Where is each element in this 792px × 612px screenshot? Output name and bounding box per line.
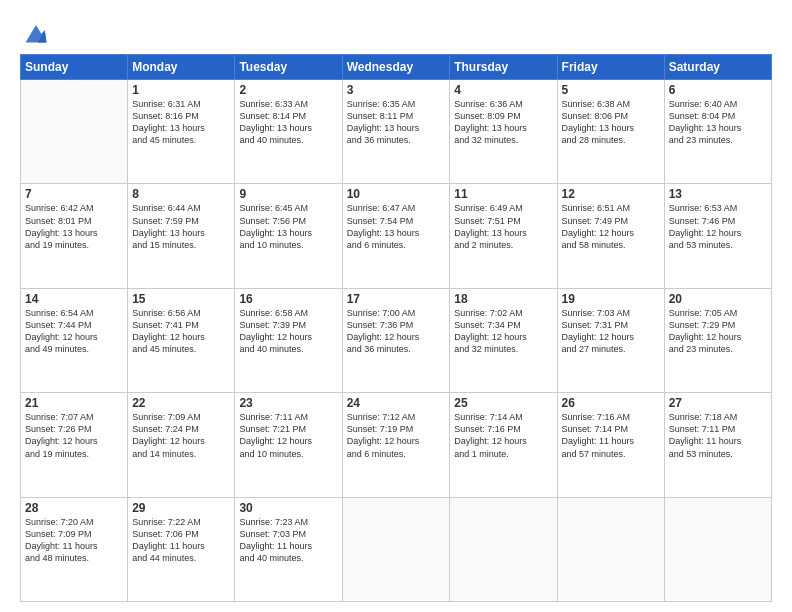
day-info: Sunrise: 7:09 AMSunset: 7:24 PMDaylight:…: [132, 411, 230, 460]
calendar-header-thursday: Thursday: [450, 55, 557, 80]
calendar-header-monday: Monday: [128, 55, 235, 80]
calendar-cell: [450, 497, 557, 601]
day-number: 26: [562, 396, 660, 410]
calendar-cell: 27Sunrise: 7:18 AMSunset: 7:11 PMDayligh…: [664, 393, 771, 497]
calendar-header-saturday: Saturday: [664, 55, 771, 80]
day-number: 1: [132, 83, 230, 97]
day-number: 24: [347, 396, 446, 410]
day-number: 25: [454, 396, 552, 410]
day-number: 21: [25, 396, 123, 410]
day-number: 28: [25, 501, 123, 515]
day-info: Sunrise: 6:33 AMSunset: 8:14 PMDaylight:…: [239, 98, 337, 147]
calendar-cell: [21, 80, 128, 184]
day-number: 3: [347, 83, 446, 97]
day-info: Sunrise: 6:35 AMSunset: 8:11 PMDaylight:…: [347, 98, 446, 147]
day-number: 27: [669, 396, 767, 410]
calendar-cell: [664, 497, 771, 601]
calendar-cell: 20Sunrise: 7:05 AMSunset: 7:29 PMDayligh…: [664, 288, 771, 392]
day-number: 11: [454, 187, 552, 201]
day-number: 23: [239, 396, 337, 410]
day-number: 4: [454, 83, 552, 97]
day-info: Sunrise: 6:56 AMSunset: 7:41 PMDaylight:…: [132, 307, 230, 356]
day-number: 14: [25, 292, 123, 306]
calendar-cell: 21Sunrise: 7:07 AMSunset: 7:26 PMDayligh…: [21, 393, 128, 497]
day-number: 7: [25, 187, 123, 201]
calendar-cell: [557, 497, 664, 601]
day-info: Sunrise: 6:36 AMSunset: 8:09 PMDaylight:…: [454, 98, 552, 147]
day-info: Sunrise: 7:16 AMSunset: 7:14 PMDaylight:…: [562, 411, 660, 460]
day-info: Sunrise: 6:51 AMSunset: 7:49 PMDaylight:…: [562, 202, 660, 251]
day-number: 20: [669, 292, 767, 306]
calendar-cell: 25Sunrise: 7:14 AMSunset: 7:16 PMDayligh…: [450, 393, 557, 497]
calendar-cell: 13Sunrise: 6:53 AMSunset: 7:46 PMDayligh…: [664, 184, 771, 288]
logo: [20, 18, 52, 46]
calendar-cell: 9Sunrise: 6:45 AMSunset: 7:56 PMDaylight…: [235, 184, 342, 288]
calendar-cell: 1Sunrise: 6:31 AMSunset: 8:16 PMDaylight…: [128, 80, 235, 184]
day-number: 8: [132, 187, 230, 201]
day-number: 19: [562, 292, 660, 306]
day-number: 10: [347, 187, 446, 201]
day-info: Sunrise: 7:18 AMSunset: 7:11 PMDaylight:…: [669, 411, 767, 460]
calendar-cell: 24Sunrise: 7:12 AMSunset: 7:19 PMDayligh…: [342, 393, 450, 497]
day-number: 22: [132, 396, 230, 410]
day-number: 13: [669, 187, 767, 201]
calendar-cell: 2Sunrise: 6:33 AMSunset: 8:14 PMDaylight…: [235, 80, 342, 184]
day-info: Sunrise: 6:49 AMSunset: 7:51 PMDaylight:…: [454, 202, 552, 251]
day-info: Sunrise: 7:03 AMSunset: 7:31 PMDaylight:…: [562, 307, 660, 356]
logo-icon: [22, 18, 50, 46]
day-number: 15: [132, 292, 230, 306]
calendar-cell: 4Sunrise: 6:36 AMSunset: 8:09 PMDaylight…: [450, 80, 557, 184]
calendar-cell: 28Sunrise: 7:20 AMSunset: 7:09 PMDayligh…: [21, 497, 128, 601]
calendar-header-friday: Friday: [557, 55, 664, 80]
day-info: Sunrise: 6:54 AMSunset: 7:44 PMDaylight:…: [25, 307, 123, 356]
calendar-cell: 7Sunrise: 6:42 AMSunset: 8:01 PMDaylight…: [21, 184, 128, 288]
calendar-cell: 3Sunrise: 6:35 AMSunset: 8:11 PMDaylight…: [342, 80, 450, 184]
calendar-cell: 14Sunrise: 6:54 AMSunset: 7:44 PMDayligh…: [21, 288, 128, 392]
calendar-cell: 22Sunrise: 7:09 AMSunset: 7:24 PMDayligh…: [128, 393, 235, 497]
day-info: Sunrise: 7:22 AMSunset: 7:06 PMDaylight:…: [132, 516, 230, 565]
day-info: Sunrise: 6:31 AMSunset: 8:16 PMDaylight:…: [132, 98, 230, 147]
calendar-cell: 19Sunrise: 7:03 AMSunset: 7:31 PMDayligh…: [557, 288, 664, 392]
calendar-cell: 5Sunrise: 6:38 AMSunset: 8:06 PMDaylight…: [557, 80, 664, 184]
calendar-cell: 26Sunrise: 7:16 AMSunset: 7:14 PMDayligh…: [557, 393, 664, 497]
calendar-header-tuesday: Tuesday: [235, 55, 342, 80]
calendar-cell: 8Sunrise: 6:44 AMSunset: 7:59 PMDaylight…: [128, 184, 235, 288]
calendar-cell: 18Sunrise: 7:02 AMSunset: 7:34 PMDayligh…: [450, 288, 557, 392]
day-info: Sunrise: 7:05 AMSunset: 7:29 PMDaylight:…: [669, 307, 767, 356]
calendar-cell: 12Sunrise: 6:51 AMSunset: 7:49 PMDayligh…: [557, 184, 664, 288]
day-info: Sunrise: 7:23 AMSunset: 7:03 PMDaylight:…: [239, 516, 337, 565]
calendar-cell: 29Sunrise: 7:22 AMSunset: 7:06 PMDayligh…: [128, 497, 235, 601]
day-number: 18: [454, 292, 552, 306]
day-info: Sunrise: 6:44 AMSunset: 7:59 PMDaylight:…: [132, 202, 230, 251]
day-number: 2: [239, 83, 337, 97]
day-info: Sunrise: 7:02 AMSunset: 7:34 PMDaylight:…: [454, 307, 552, 356]
calendar-cell: 10Sunrise: 6:47 AMSunset: 7:54 PMDayligh…: [342, 184, 450, 288]
day-info: Sunrise: 6:42 AMSunset: 8:01 PMDaylight:…: [25, 202, 123, 251]
calendar-cell: 30Sunrise: 7:23 AMSunset: 7:03 PMDayligh…: [235, 497, 342, 601]
day-info: Sunrise: 7:00 AMSunset: 7:36 PMDaylight:…: [347, 307, 446, 356]
day-info: Sunrise: 6:45 AMSunset: 7:56 PMDaylight:…: [239, 202, 337, 251]
day-info: Sunrise: 7:14 AMSunset: 7:16 PMDaylight:…: [454, 411, 552, 460]
day-number: 5: [562, 83, 660, 97]
calendar-cell: 17Sunrise: 7:00 AMSunset: 7:36 PMDayligh…: [342, 288, 450, 392]
day-info: Sunrise: 6:47 AMSunset: 7:54 PMDaylight:…: [347, 202, 446, 251]
day-number: 30: [239, 501, 337, 515]
calendar-cell: [342, 497, 450, 601]
day-number: 9: [239, 187, 337, 201]
day-info: Sunrise: 7:12 AMSunset: 7:19 PMDaylight:…: [347, 411, 446, 460]
calendar-cell: 6Sunrise: 6:40 AMSunset: 8:04 PMDaylight…: [664, 80, 771, 184]
day-number: 29: [132, 501, 230, 515]
day-info: Sunrise: 6:58 AMSunset: 7:39 PMDaylight:…: [239, 307, 337, 356]
day-info: Sunrise: 6:53 AMSunset: 7:46 PMDaylight:…: [669, 202, 767, 251]
calendar-cell: 16Sunrise: 6:58 AMSunset: 7:39 PMDayligh…: [235, 288, 342, 392]
calendar-cell: 23Sunrise: 7:11 AMSunset: 7:21 PMDayligh…: [235, 393, 342, 497]
calendar-cell: 11Sunrise: 6:49 AMSunset: 7:51 PMDayligh…: [450, 184, 557, 288]
calendar-header-sunday: Sunday: [21, 55, 128, 80]
day-info: Sunrise: 6:38 AMSunset: 8:06 PMDaylight:…: [562, 98, 660, 147]
day-info: Sunrise: 6:40 AMSunset: 8:04 PMDaylight:…: [669, 98, 767, 147]
day-number: 6: [669, 83, 767, 97]
day-info: Sunrise: 7:11 AMSunset: 7:21 PMDaylight:…: [239, 411, 337, 460]
day-number: 12: [562, 187, 660, 201]
day-number: 17: [347, 292, 446, 306]
calendar-header-wednesday: Wednesday: [342, 55, 450, 80]
